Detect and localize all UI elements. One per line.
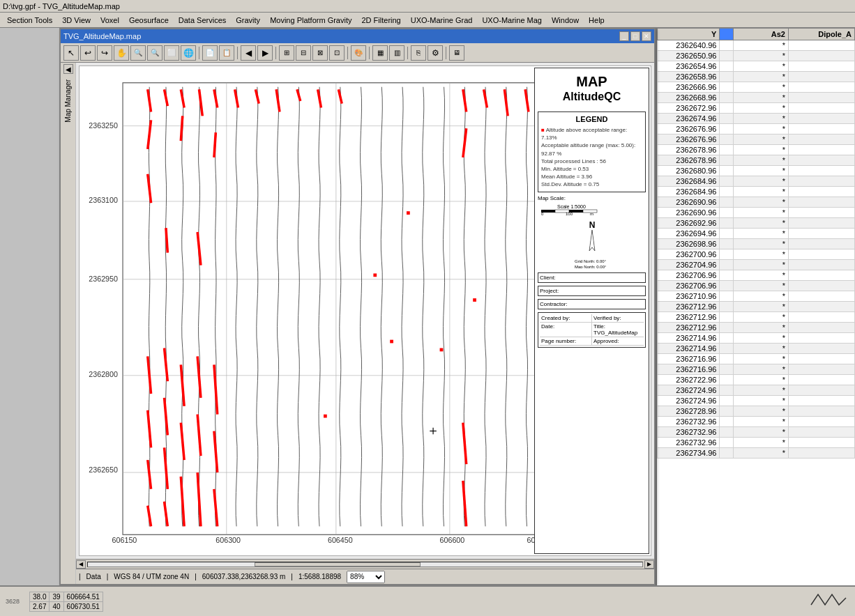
cell-as2-10: *	[734, 145, 789, 155]
cell-flag-36	[720, 417, 734, 427]
cell-y-9: 2362676.96	[658, 134, 720, 145]
created-by-label: Created by:	[540, 314, 592, 322]
cell-y-17: 2362692.96	[658, 218, 720, 229]
cell-flag-38	[720, 438, 734, 448]
cell-as2-27: *	[734, 323, 789, 333]
table-row: 2362666.96 *	[658, 82, 855, 93]
menu-uxo-marine-mag[interactable]: UXO-Marine Mag	[478, 15, 546, 25]
cell-flag-18	[720, 229, 734, 239]
filter1-button[interactable]: ▦	[372, 45, 388, 61]
cell-y-19: 2362698.96	[658, 239, 720, 249]
cell-y-25: 2362712.96	[658, 302, 720, 312]
cell-y-1: 2362650.96	[658, 51, 720, 61]
menu-moving-platform-gravity[interactable]: Moving Platform Gravity	[266, 15, 356, 25]
cell-flag-33	[720, 385, 734, 396]
table-row: 2362732.96 *	[658, 427, 855, 438]
table-row: 2362714.96 *	[658, 333, 855, 344]
table-row: 2362692.96 *	[658, 218, 855, 229]
win2-button[interactable]: ⊟	[296, 45, 311, 61]
map-titlebar-buttons: _ □ ✕	[619, 31, 651, 41]
svg-text:606600: 606600	[440, 536, 465, 544]
menu-section-tools[interactable]: Section Tools	[3, 15, 56, 25]
undo-button[interactable]: ↩	[80, 45, 96, 61]
minimize-button[interactable]: _	[619, 31, 629, 41]
zoom-out-button[interactable]: 🔍	[147, 45, 162, 61]
cell-y-32: 2362722.96	[658, 375, 720, 385]
menu-geosurface[interactable]: Geosurface	[125, 15, 173, 25]
table-row: 2362724.96 *	[658, 385, 855, 396]
menu-uxo-marine-grad[interactable]: UXO-Marine Grad	[407, 15, 477, 25]
col-header-y2	[720, 29, 734, 40]
scrollbar-track[interactable]	[87, 562, 643, 567]
page-number-label: Page number:	[540, 337, 592, 345]
table-row: 2362684.96 *	[658, 176, 855, 187]
table-row: 2362734.96 *	[658, 448, 855, 459]
info-button[interactable]: 🖥	[449, 45, 464, 61]
color-button[interactable]: 🎨	[351, 45, 366, 61]
pan-button[interactable]: ✋	[114, 45, 129, 61]
cell-y-5: 2362668.96	[658, 93, 720, 103]
win1-button[interactable]: ⊞	[279, 45, 294, 61]
layout1-button[interactable]: 📄	[202, 45, 218, 61]
separator-7	[446, 47, 446, 59]
menu-data-services[interactable]: Data Services	[174, 15, 230, 25]
table-row: 2362680.96 *	[658, 166, 855, 176]
maximize-button[interactable]: □	[630, 31, 640, 41]
menu-window[interactable]: Window	[547, 15, 583, 25]
win3-button[interactable]: ⊠	[312, 45, 328, 61]
cell-as2-35: *	[734, 406, 789, 417]
nav-fwd-button[interactable]: ▶	[257, 45, 273, 61]
win4-button[interactable]: ⊡	[329, 45, 345, 61]
settings-button[interactable]: ⚙	[428, 45, 443, 61]
col-header-dipole: Dipole_A	[788, 29, 854, 40]
scrollbar-thumb[interactable]	[255, 562, 421, 567]
svg-text:2362800: 2362800	[89, 370, 118, 378]
close-button[interactable]: ✕	[642, 31, 651, 41]
redo-button[interactable]: ↪	[97, 45, 112, 61]
cell-dipole-25	[788, 302, 854, 312]
cell-flag-2	[720, 61, 734, 72]
nav-back-button[interactable]: ◀	[241, 45, 256, 61]
client-label: Client:	[540, 275, 644, 281]
select-tool-button[interactable]: ↖	[63, 45, 79, 61]
svg-text:2362950: 2362950	[89, 275, 118, 283]
map-title: MAP	[535, 68, 649, 91]
cell-dipole-12	[788, 166, 854, 176]
cell-y-37: 2362732.96	[658, 427, 720, 438]
filter2-button[interactable]: ▥	[389, 45, 404, 61]
copy-button[interactable]: ⎘	[411, 45, 426, 61]
menu-voxel[interactable]: Voxel	[96, 15, 123, 25]
map-status-bar: | Data | WGS 84 / UTM zone 4N | 606037.3…	[76, 569, 654, 584]
bottom-table: 38.0 39 606664.51 2.67 40 606730.51	[29, 592, 103, 612]
menubar: Section Tools 3D View Voxel Geosurface D…	[0, 13, 855, 28]
menu-3d-view[interactable]: 3D View	[58, 15, 95, 25]
cell-dipole-4	[788, 82, 854, 93]
separator-2	[237, 47, 238, 59]
map-manager-collapse[interactable]: ◀	[63, 64, 73, 74]
zoom-in-button[interactable]: 🔍	[130, 45, 146, 61]
horizontal-scrollbar[interactable]: ◀ ▶	[76, 559, 654, 569]
table-row: 2362678.96 *	[658, 145, 855, 155]
globe-button[interactable]: 🌐	[181, 45, 196, 61]
cell-flag-15	[720, 197, 734, 208]
zoom-select[interactable]: 88% 100% 75% 50%	[347, 571, 385, 583]
scroll-right-button[interactable]: ▶	[644, 560, 654, 569]
zoom-box-button[interactable]: ⬜	[164, 45, 179, 61]
cell-dipole-9	[788, 134, 854, 145]
menu-gravity[interactable]: Gravity	[232, 15, 264, 25]
cell-as2-4: *	[734, 82, 789, 93]
scroll-left-button[interactable]: ◀	[76, 560, 86, 569]
cell-dipole-3	[788, 72, 854, 82]
contractor-label: Contractor:	[540, 301, 644, 307]
menu-help[interactable]: Help	[584, 15, 609, 25]
bottom-cell-2-1: 2.67	[30, 601, 50, 611]
layout2-button[interactable]: 📋	[219, 45, 234, 61]
north-arrow-svg: N Grid North: 0.00° Map North: 0.00°	[571, 220, 613, 268]
cell-flag-7	[720, 114, 734, 124]
cell-as2-20: *	[734, 249, 789, 260]
map-drawing[interactable]: 2363250 2363100 2362950 2362800 2362650 …	[79, 66, 651, 556]
cell-dipole-32	[788, 375, 854, 385]
cell-dipole-2	[788, 61, 854, 72]
table-wrapper[interactable]: Y As2 Dipole_A 2362640.96 * 2362650.96 *…	[657, 28, 855, 585]
menu-2d-filtering[interactable]: 2D Filtering	[358, 15, 405, 25]
